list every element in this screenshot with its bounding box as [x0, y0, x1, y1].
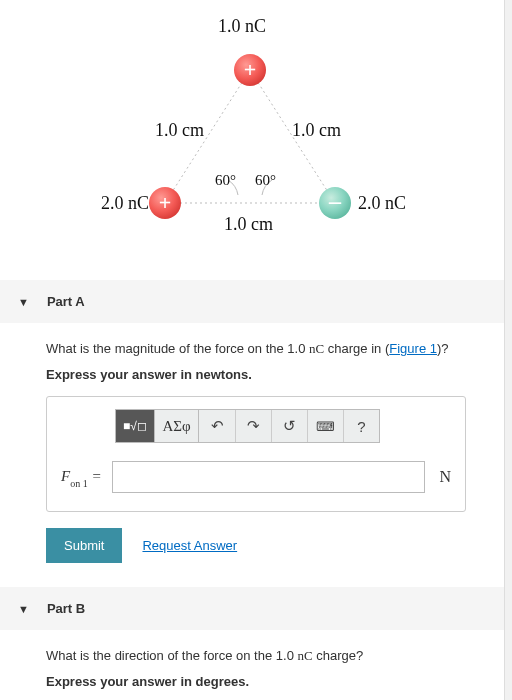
- figure-link[interactable]: Figure 1: [389, 341, 437, 356]
- part-a-prompt: What is the magnitude of the force on th…: [46, 341, 466, 357]
- variable-label: Fon 1 =: [61, 468, 102, 487]
- answer-input[interactable]: [112, 461, 426, 493]
- part-a-header[interactable]: ▼ Part A: [0, 280, 512, 323]
- svg-text:+: +: [159, 190, 172, 215]
- reset-button[interactable]: ↺: [271, 410, 307, 442]
- label-top-charge: 1.0 nC: [218, 16, 266, 37]
- part-b-header[interactable]: ▼ Part B: [0, 587, 512, 630]
- keyboard-button[interactable]: ⌨: [307, 410, 343, 442]
- part-b-instruction: Express your answer in degrees.: [46, 674, 466, 689]
- caret-down-icon: ▼: [18, 603, 29, 615]
- part-a-instruction: Express your answer in newtons.: [46, 367, 466, 382]
- label-right-side: 1.0 cm: [292, 120, 341, 141]
- label-left-charge: 2.0 nC: [101, 193, 149, 214]
- svg-text:+: +: [244, 57, 257, 82]
- part-b-title: Part B: [47, 601, 85, 616]
- unit-label: N: [435, 468, 451, 486]
- part-a-title: Part A: [47, 294, 85, 309]
- undo-button[interactable]: ↶: [199, 410, 235, 442]
- template-button[interactable]: ■√◻: [115, 409, 155, 443]
- label-angle-left: 60°: [215, 172, 236, 189]
- equation-toolbar: ■√◻ ΑΣφ ↶ ↷ ↺ ⌨ ?: [115, 409, 451, 443]
- answer-container: ■√◻ ΑΣφ ↶ ↷ ↺ ⌨ ? Fon 1 = N: [46, 396, 466, 512]
- help-button[interactable]: ?: [343, 410, 379, 442]
- svg-text:–: –: [328, 188, 342, 214]
- label-bottom: 1.0 cm: [224, 214, 273, 235]
- part-b-prompt: What is the direction of the force on th…: [46, 648, 466, 664]
- label-angle-right: 60°: [255, 172, 276, 189]
- greek-button[interactable]: ΑΣφ: [155, 409, 199, 443]
- redo-button[interactable]: ↷: [235, 410, 271, 442]
- submit-button[interactable]: Submit: [46, 528, 122, 563]
- request-answer-link[interactable]: Request Answer: [142, 538, 237, 553]
- figure-diagram: + + – 1.0 nC 1.0 cm 1.0 cm 60° 60° 2.0 n…: [0, 0, 512, 280]
- scrollbar[interactable]: [504, 0, 512, 700]
- caret-down-icon: ▼: [18, 296, 29, 308]
- label-left-side: 1.0 cm: [155, 120, 204, 141]
- label-right-charge: 2.0 nC: [358, 193, 406, 214]
